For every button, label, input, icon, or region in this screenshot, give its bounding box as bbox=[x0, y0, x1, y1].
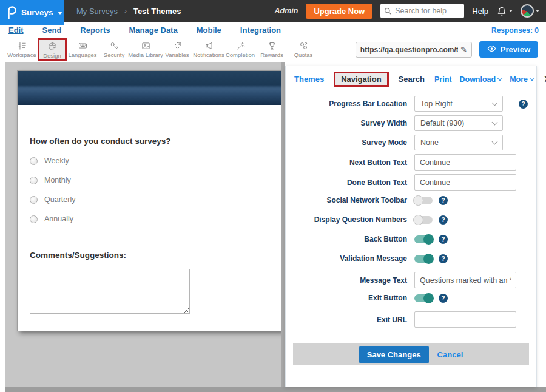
tab-search[interactable]: Search bbox=[399, 75, 425, 84]
toolbar-item-languages[interactable]: Languages bbox=[67, 41, 98, 58]
close-icon[interactable]: ✕ bbox=[544, 73, 546, 85]
field-label: Survey Mode bbox=[286, 138, 414, 147]
tab-manage-data[interactable]: Manage Data bbox=[129, 25, 177, 35]
bell-icon bbox=[496, 5, 507, 17]
help-search-input[interactable] bbox=[380, 4, 464, 18]
tab-themes[interactable]: Themes bbox=[294, 75, 324, 84]
survey-mode-select[interactable]: None bbox=[414, 135, 503, 150]
field-row: Social Network Toolbar ? bbox=[286, 194, 536, 206]
help-icon[interactable]: ? bbox=[439, 294, 448, 303]
more-menu[interactable]: More bbox=[510, 75, 534, 84]
comments-textarea[interactable] bbox=[30, 269, 190, 314]
workspace-icon bbox=[17, 41, 27, 51]
display-question-numbers-toggle[interactable] bbox=[414, 216, 433, 224]
back-button-toggle[interactable] bbox=[414, 235, 433, 243]
admin-label: Admin bbox=[275, 7, 298, 15]
search-icon bbox=[384, 7, 392, 15]
help-icon[interactable]: ? bbox=[439, 235, 448, 244]
tab-integration[interactable]: Integration bbox=[240, 25, 281, 35]
field-row: Next Button Text bbox=[286, 154, 536, 171]
comments-label: Comments/Suggestions: bbox=[30, 251, 271, 260]
field-row: Done Button Text bbox=[286, 174, 536, 191]
toolbar-item-design[interactable]: Design bbox=[38, 38, 67, 61]
survey-option-quarterly[interactable]: Quarterly bbox=[30, 195, 271, 204]
field-label: Done Button Text bbox=[286, 178, 414, 187]
validation-message-toggle[interactable] bbox=[414, 255, 433, 263]
field-label: Progress Bar Location bbox=[286, 100, 414, 108]
tab-mobile[interactable]: Mobile bbox=[197, 25, 221, 35]
field-label: Survey Width bbox=[286, 119, 414, 127]
edit-url-icon[interactable]: ✎ bbox=[460, 45, 467, 54]
toolbar-item-rewards[interactable]: Rewards bbox=[256, 41, 288, 58]
chevron-down-icon bbox=[492, 138, 498, 144]
breadcrumb-parent-link[interactable]: My Surveys bbox=[76, 7, 118, 16]
cancel-link[interactable]: Cancel bbox=[437, 350, 463, 359]
chevron-down-icon bbox=[492, 100, 498, 106]
help-icon[interactable]: ? bbox=[439, 215, 448, 225]
questionpro-logo-icon bbox=[5, 5, 17, 20]
responses-count[interactable]: Responses: 0 bbox=[491, 26, 539, 35]
survey-width-select[interactable]: Default (930) bbox=[414, 115, 503, 131]
survey-option-weekly[interactable]: Weekly bbox=[30, 157, 271, 165]
next-button-text-input[interactable] bbox=[414, 154, 516, 171]
chevron-down-icon bbox=[509, 10, 513, 12]
exit-url-input[interactable] bbox=[414, 311, 516, 328]
radio-icon[interactable] bbox=[30, 196, 38, 204]
survey-url-input[interactable] bbox=[360, 46, 458, 54]
preview-button[interactable]: Preview bbox=[479, 41, 538, 58]
help-icon[interactable]: ? bbox=[439, 196, 448, 205]
toolbar-item-workspace[interactable]: Workspace bbox=[6, 41, 38, 58]
tab-send[interactable]: Send bbox=[42, 25, 62, 35]
toolbar-item-quotas[interactable]: Quotas bbox=[288, 41, 319, 58]
message-text-input[interactable] bbox=[414, 272, 516, 288]
help-icon[interactable]: ? bbox=[439, 254, 448, 263]
print-link[interactable]: Print bbox=[434, 75, 451, 84]
help-link[interactable]: Help bbox=[472, 7, 488, 16]
field-label: Display Question Numbers bbox=[286, 215, 414, 224]
progress-bar-location-select[interactable]: Top Right bbox=[414, 96, 503, 112]
navigation-settings-form: Progress Bar Location Top Right ? Survey… bbox=[286, 96, 536, 328]
survey-question: How often do you conduct surveys? bbox=[30, 137, 271, 146]
exit-button-toggle[interactable] bbox=[414, 294, 433, 302]
field-label: Message Text bbox=[286, 276, 414, 285]
survey-preview-card: How often do you conduct surveys? Weekly… bbox=[18, 71, 283, 331]
toolbar-item-media-library[interactable]: Media Library bbox=[130, 41, 161, 58]
design-settings-panel: Themes Navigation Search Print Download … bbox=[285, 66, 537, 387]
product-menu[interactable]: Surveys bbox=[0, 0, 64, 25]
avatar bbox=[521, 4, 534, 18]
toolbar-item-notifications[interactable]: Notifications bbox=[193, 41, 224, 58]
toolbar-item-variables[interactable]: Variables bbox=[161, 41, 193, 58]
help-icon[interactable]: ? bbox=[519, 100, 528, 109]
radio-icon[interactable] bbox=[30, 177, 38, 184]
help-search bbox=[380, 4, 464, 18]
image-icon bbox=[141, 41, 151, 51]
field-row: Validation Message ? bbox=[286, 252, 536, 265]
field-row: Back Button ? bbox=[286, 233, 536, 245]
tab-navigation[interactable]: Navigation bbox=[334, 72, 388, 87]
account-menu[interactable] bbox=[521, 4, 539, 18]
upgrade-now-button[interactable]: Upgrade Now bbox=[306, 4, 372, 19]
field-label: Exit URL bbox=[286, 316, 414, 324]
notifications-menu[interactable] bbox=[496, 5, 513, 17]
field-row: Progress Bar Location Top Right ? bbox=[286, 96, 536, 112]
survey-option-monthly[interactable]: Monthly bbox=[30, 176, 271, 184]
survey-option-annually[interactable]: Annually bbox=[30, 215, 271, 223]
panel-footer: Save Changes Cancel bbox=[293, 343, 529, 365]
tag-icon bbox=[172, 41, 183, 51]
social-network-toolbar-toggle[interactable] bbox=[414, 197, 433, 204]
survey-url-field[interactable]: ✎ bbox=[356, 42, 472, 58]
download-menu[interactable]: Download bbox=[459, 75, 502, 84]
save-changes-button[interactable]: Save Changes bbox=[359, 346, 429, 363]
field-label: Back Button bbox=[286, 235, 414, 243]
toolbar-item-completion[interactable]: Completion bbox=[224, 41, 256, 58]
edit-toolbar: Workspace Design Languages Security Medi… bbox=[0, 38, 546, 61]
toolbar-item-security[interactable]: Security bbox=[98, 41, 130, 58]
tab-reports[interactable]: Reports bbox=[80, 25, 110, 35]
tab-edit[interactable]: Edit bbox=[8, 25, 24, 35]
done-button-text-input[interactable] bbox=[414, 174, 516, 191]
key-icon bbox=[109, 41, 120, 51]
palette-icon bbox=[47, 41, 58, 52]
field-row: Exit URL bbox=[286, 311, 536, 328]
radio-icon[interactable] bbox=[30, 215, 38, 223]
radio-icon[interactable] bbox=[30, 157, 38, 165]
